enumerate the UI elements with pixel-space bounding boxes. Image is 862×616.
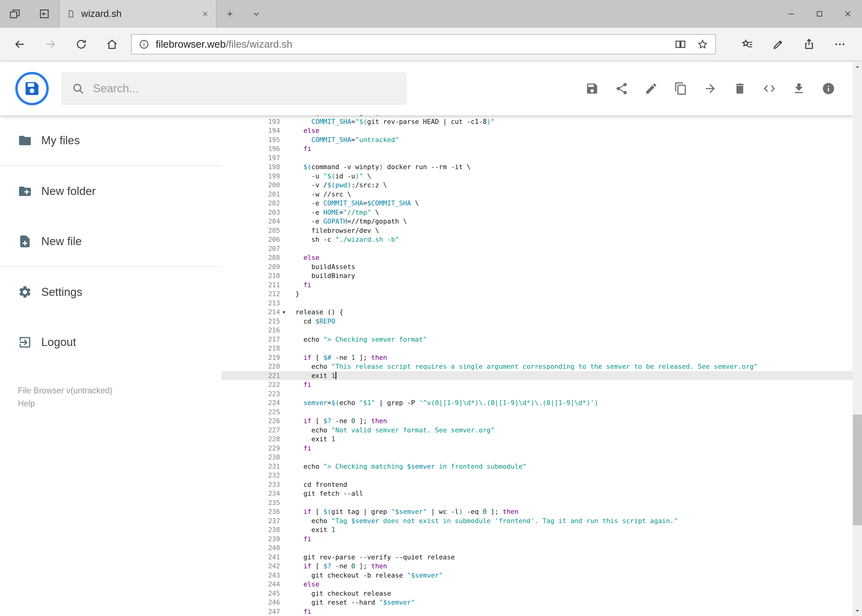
- code-line[interactable]: 232: [222, 471, 862, 480]
- sidebar-item-new-file[interactable]: New file: [0, 216, 222, 266]
- fold-arrow-icon[interactable]: ▾: [282, 308, 285, 317]
- help-link[interactable]: Help: [18, 398, 222, 410]
- refresh-button[interactable]: [66, 28, 97, 61]
- home-button[interactable]: [97, 28, 128, 61]
- code-line[interactable]: 238 exit 1: [222, 525, 862, 534]
- code-line[interactable]: 210 buildBinary: [222, 271, 862, 280]
- filebrowser-logo-icon[interactable]: [15, 71, 49, 106]
- edit-button[interactable]: [644, 82, 658, 96]
- info-button[interactable]: [821, 82, 835, 96]
- code-line[interactable]: 217 echo "> Checking semver format": [222, 335, 862, 344]
- code-line[interactable]: 213: [222, 299, 862, 308]
- web-note-pen-icon[interactable]: [763, 38, 794, 50]
- move-button[interactable]: [703, 82, 717, 96]
- code-line[interactable]: 212}: [222, 289, 862, 299]
- code-line[interactable]: 235: [222, 498, 862, 508]
- code-line[interactable]: 227 echo "Not valid semver format. See s…: [222, 426, 862, 435]
- code-line[interactable]: 241 git rev-parse --verify --quiet relea…: [222, 553, 862, 562]
- code-line[interactable]: 194 else: [222, 126, 862, 135]
- code-line[interactable]: 195 COMMIT_SHA="untracked": [222, 135, 862, 145]
- code-line[interactable]: 209 buildAssets: [222, 262, 862, 272]
- forward-button[interactable]: [35, 28, 66, 61]
- code-line[interactable]: 218: [222, 344, 862, 353]
- set-tabs-aside-icon[interactable]: [36, 8, 53, 20]
- code-line[interactable]: 240: [222, 544, 862, 553]
- scrollbar-thumb[interactable]: [853, 415, 862, 525]
- tab-close-icon[interactable]: [201, 10, 209, 18]
- hub-favorites-icon[interactable]: [732, 38, 763, 50]
- address-bar[interactable]: filebrowser.web/files/wizard.sh: [131, 34, 716, 55]
- minimize-button[interactable]: [777, 0, 805, 28]
- code-line[interactable]: 246 git reset --hard "$semver": [222, 598, 862, 607]
- back-button[interactable]: [4, 28, 35, 61]
- copy-button[interactable]: [674, 82, 688, 96]
- code-line[interactable]: 237 echo "Tag $semver does not exist in …: [222, 516, 862, 526]
- code-line[interactable]: 245 git checkout release: [222, 589, 862, 598]
- code-line[interactable]: 198 $(command -v winpty) docker run --rm…: [222, 162, 862, 171]
- scroll-up-arrow-icon[interactable]: [853, 61, 862, 72]
- code-line[interactable]: 220 echo "This release script requires a…: [222, 362, 862, 371]
- search-input[interactable]: [93, 82, 396, 95]
- close-window-button[interactable]: [834, 0, 862, 28]
- url-text[interactable]: filebrowser.web/files/wizard.sh: [156, 38, 664, 50]
- sidebar-item-new-folder[interactable]: New folder: [0, 166, 222, 216]
- new-tab-button[interactable]: [217, 0, 243, 28]
- code-view-button[interactable]: [762, 82, 777, 96]
- code-line[interactable]: 203 -e HOME="//tmp" \: [222, 208, 862, 217]
- tabs-you-set-aside-icon[interactable]: [6, 8, 24, 20]
- code-line[interactable]: 219 if [ $# -ne 1 ]; then: [222, 353, 862, 362]
- save-button[interactable]: [585, 82, 599, 96]
- code-line[interactable]: 215 cd $REPO: [222, 317, 862, 326]
- code-line[interactable]: 207: [222, 244, 862, 253]
- code-line[interactable]: 214▾release () {: [222, 308, 862, 317]
- code-line[interactable]: 243 git checkout -b release "$semver": [222, 571, 862, 580]
- share-file-button[interactable]: [615, 82, 629, 96]
- code-line[interactable]: 230: [222, 453, 862, 462]
- scroll-down-arrow-icon[interactable]: [853, 605, 862, 616]
- code-line[interactable]: 193 COMMIT_SHA="$(git rev-parse HEAD | c…: [222, 117, 862, 126]
- code-line[interactable]: 199 -u "$(id -u)" \: [222, 171, 862, 181]
- code-line[interactable]: 216: [222, 326, 862, 335]
- code-line[interactable]: 222 fi: [222, 380, 862, 389]
- code-line[interactable]: 202 -e COMMIT_SHA=$COMMIT_SHA \: [222, 199, 862, 208]
- more-options-icon[interactable]: [824, 38, 855, 50]
- code-line[interactable]: 223: [222, 389, 862, 399]
- code-line[interactable]: 244 else: [222, 580, 862, 589]
- search-box[interactable]: [61, 72, 406, 105]
- download-button[interactable]: [792, 82, 806, 96]
- code-line[interactable]: 200 -v /$(pwd):/src:z \: [222, 181, 862, 190]
- code-line[interactable]: 221 exit 1: [222, 371, 862, 380]
- code-line[interactable]: 234 git fetch --all: [222, 489, 862, 498]
- code-line[interactable]: 242 if [ $? -ne 0 ]; then: [222, 561, 862, 571]
- code-line[interactable]: 196 fi: [222, 144, 862, 154]
- code-line[interactable]: 197: [222, 154, 862, 163]
- code-line[interactable]: 206 sh -c "./wizard.sh -b": [222, 235, 862, 244]
- code-line[interactable]: 239 fi: [222, 534, 862, 544]
- sidebar-item-logout[interactable]: Logout: [0, 317, 222, 367]
- delete-button[interactable]: [733, 82, 747, 96]
- share-icon[interactable]: [794, 38, 824, 50]
- maximize-button[interactable]: [805, 0, 834, 28]
- code-line[interactable]: 236 if [ $(git tag | grep "$semver" | wc…: [222, 507, 862, 516]
- code-line[interactable]: 201 -w //src \: [222, 190, 862, 199]
- browser-tab[interactable]: wizard.sh: [59, 0, 217, 28]
- code-line[interactable]: 247 fi: [222, 607, 862, 616]
- code-line[interactable]: 231 echo "> Checking matching $semver in…: [222, 462, 862, 471]
- code-line[interactable]: 226 if [ $? -ne 0 ]; then: [222, 416, 862, 426]
- code-line[interactable]: 211 fi: [222, 280, 862, 290]
- code-line[interactable]: 229 fi: [222, 444, 862, 453]
- code-line[interactable]: 224 semver=$(echo "$1" | grep -P '^v(0|[…: [222, 398, 862, 407]
- code-line[interactable]: 233 cd frontend: [222, 480, 862, 489]
- reading-view-icon[interactable]: [674, 38, 686, 50]
- site-info-icon[interactable]: [139, 39, 150, 50]
- vertical-scrollbar[interactable]: [853, 61, 862, 616]
- sidebar-item-my-files[interactable]: My files: [0, 115, 222, 165]
- favorites-star-icon[interactable]: [697, 38, 708, 50]
- tab-preview-chevron-icon[interactable]: [243, 0, 269, 28]
- code-line[interactable]: 205 filebrowser/dev \: [222, 226, 862, 235]
- sidebar-item-settings[interactable]: Settings: [0, 267, 222, 317]
- code-line[interactable]: 208 else: [222, 253, 862, 262]
- code-line[interactable]: 228 exit 1: [222, 435, 862, 444]
- code-line[interactable]: 204 -e GOPATH=//tmp/gopath \: [222, 217, 862, 226]
- code-line[interactable]: 225: [222, 407, 862, 417]
